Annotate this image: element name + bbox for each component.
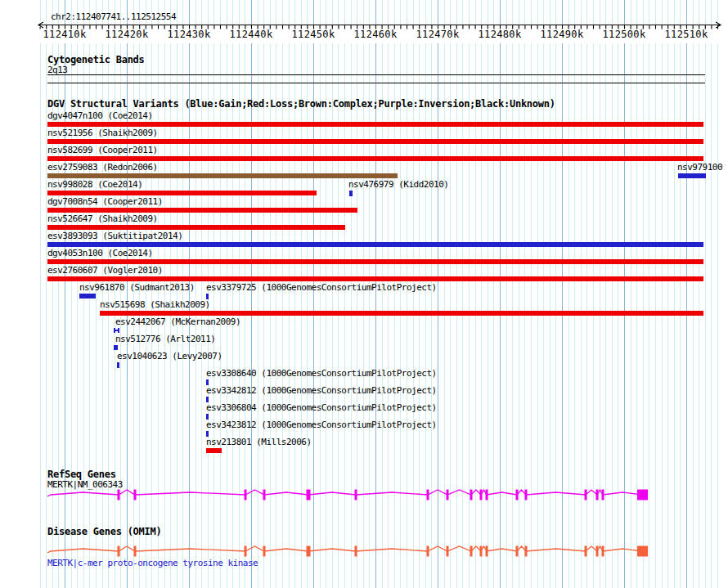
terminal-exon-block[interactable] bbox=[637, 546, 648, 557]
exon-tick[interactable] bbox=[480, 546, 483, 557]
exon-tick[interactable] bbox=[307, 546, 311, 557]
exon-tick[interactable] bbox=[134, 546, 137, 557]
exon-tick[interactable] bbox=[596, 546, 599, 557]
exon-tick[interactable] bbox=[355, 546, 357, 557]
exon-tick[interactable] bbox=[602, 546, 604, 557]
exon-tick[interactable] bbox=[245, 546, 247, 557]
exon-tick[interactable] bbox=[516, 546, 519, 557]
omim-gene-label: MERTK|c-mer proto-oncogene tyrosine kina… bbox=[47, 559, 258, 568]
exon-tick[interactable] bbox=[427, 546, 429, 557]
exon-tick[interactable] bbox=[118, 546, 120, 557]
exon-tick[interactable] bbox=[470, 546, 473, 557]
exon-tick[interactable] bbox=[585, 546, 587, 557]
exon-tick[interactable] bbox=[263, 546, 266, 557]
exon-tick[interactable] bbox=[525, 546, 528, 557]
omim-gene-glyph[interactable] bbox=[0, 0, 728, 588]
exon-tick[interactable] bbox=[447, 546, 449, 557]
exon-tick[interactable] bbox=[486, 546, 488, 557]
genome-browser-panel: chr2:112407741..112512554 112410k112420k… bbox=[0, 0, 728, 588]
